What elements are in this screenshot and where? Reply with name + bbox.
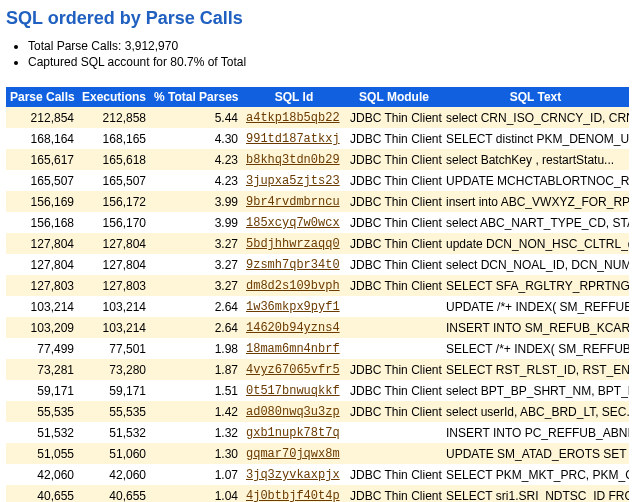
- table-row: 127,804127,8043.275bdjhhwrzaqq0JDBC Thin…: [6, 233, 629, 254]
- table-row: 59,17159,1711.510t517bnwuqkkfJDBC Thin C…: [6, 380, 629, 401]
- cell-sql-id: a4tkp18b5qb22: [242, 107, 346, 128]
- cell-sql-id: gxb1nupk78t7q: [242, 422, 346, 443]
- cell-pct-total: 4.23: [150, 149, 242, 170]
- cell-sql-module: JDBC Thin Client: [346, 170, 442, 191]
- sql-id-link[interactable]: 0t517bnwuqkkf: [246, 384, 340, 398]
- cell-sql-id: 1w36mkpx9pyf1: [242, 296, 346, 317]
- sql-id-link[interactable]: ad080nwq3u3zp: [246, 405, 340, 419]
- table-row: 55,53555,5351.42ad080nwq3u3zpJDBC Thin C…: [6, 401, 629, 422]
- table-row: 51,53251,5321.32gxb1nupk78t7qINSERT INTO…: [6, 422, 629, 443]
- sql-id-link[interactable]: 185xcyq7w0wcx: [246, 216, 340, 230]
- table-row: 156,169156,1723.999br4rvdmbrncuJDBC Thin…: [6, 191, 629, 212]
- sql-id-link[interactable]: 3jupxa5zjts23: [246, 174, 340, 188]
- sql-id-link[interactable]: 1w36mkpx9pyf1: [246, 300, 340, 314]
- cell-parse-calls: 156,168: [6, 212, 78, 233]
- cell-executions: 165,618: [78, 149, 150, 170]
- sql-id-link[interactable]: 18mam6mn4nbrf: [246, 342, 340, 356]
- cell-parse-calls: 165,617: [6, 149, 78, 170]
- table-row: 165,507165,5074.233jupxa5zjts23JDBC Thin…: [6, 170, 629, 191]
- cell-sql-id: 9zsmh7qbr34t0: [242, 254, 346, 275]
- cell-executions: 156,172: [78, 191, 150, 212]
- summary-list: Total Parse Calls: 3,912,970 Captured SQ…: [28, 39, 631, 69]
- cell-sql-id: 4vyz67065vfr5: [242, 359, 346, 380]
- cell-sql-module: JDBC Thin Client: [346, 380, 442, 401]
- cell-sql-module: JDBC Thin Client: [346, 401, 442, 422]
- sql-id-link[interactable]: 9br4rvdmbrncu: [246, 195, 340, 209]
- col-sql-id: SQL Id: [242, 87, 346, 107]
- cell-parse-calls: 73,281: [6, 359, 78, 380]
- cell-executions: 59,171: [78, 380, 150, 401]
- cell-executions: 127,803: [78, 275, 150, 296]
- sql-id-link[interactable]: gxb1nupk78t7q: [246, 426, 340, 440]
- cell-sql-text: SELECT /*+ INDEX( SM_REFFUB_RE...: [442, 338, 629, 359]
- cell-sql-text: select CRN_ISO_CRNCY_ID, CRN_C...: [442, 107, 629, 128]
- cell-sql-module: JDBC Thin Client: [346, 128, 442, 149]
- cell-pct-total: 3.27: [150, 233, 242, 254]
- table-row: 127,803127,8033.27dm8d2s109bvphJDBC Thin…: [6, 275, 629, 296]
- table-row: 40,65540,6551.044j0btbjf40t4pJDBC Thin C…: [6, 485, 629, 502]
- cell-sql-module: JDBC Thin Client: [346, 275, 442, 296]
- cell-sql-id: 0t517bnwuqkkf: [242, 380, 346, 401]
- cell-sql-text: select DCN_NOAL_ID, DCN_NUM_SC...: [442, 254, 629, 275]
- cell-parse-calls: 127,803: [6, 275, 78, 296]
- cell-sql-id: 18mam6mn4nbrf: [242, 338, 346, 359]
- cell-pct-total: 1.87: [150, 359, 242, 380]
- cell-parse-calls: 59,171: [6, 380, 78, 401]
- sql-id-link[interactable]: 991td187atkxj: [246, 132, 340, 146]
- cell-sql-text: insert into ABC_VWXYZ_FOR_RPRT...: [442, 191, 629, 212]
- cell-sql-module: JDBC Thin Client: [346, 254, 442, 275]
- cell-pct-total: 3.99: [150, 191, 242, 212]
- sql-id-link[interactable]: a4tkp18b5qb22: [246, 111, 340, 125]
- sql-id-link[interactable]: 4j0btbjf40t4p: [246, 489, 340, 502]
- cell-sql-module: JDBC Thin Client: [346, 464, 442, 485]
- cell-parse-calls: 103,214: [6, 296, 78, 317]
- cell-pct-total: 1.30: [150, 443, 242, 464]
- cell-sql-text: update DCN_NON_HSC_CLTRL_dateLS ...: [442, 233, 629, 254]
- sql-id-link[interactable]: gqmar70jqwx8m: [246, 447, 340, 461]
- cell-executions: 40,655: [78, 485, 150, 502]
- cell-sql-module: JDBC Thin Client: [346, 359, 442, 380]
- cell-parse-calls: 55,535: [6, 401, 78, 422]
- cell-executions: 55,535: [78, 401, 150, 422]
- table-row: 165,617165,6184.23b8khq3tdn0b29JDBC Thin…: [6, 149, 629, 170]
- cell-executions: 73,280: [78, 359, 150, 380]
- cell-parse-calls: 127,804: [6, 254, 78, 275]
- sql-id-link[interactable]: b8khq3tdn0b29: [246, 153, 340, 167]
- cell-parse-calls: 212,854: [6, 107, 78, 128]
- cell-parse-calls: 103,209: [6, 317, 78, 338]
- cell-pct-total: 1.32: [150, 422, 242, 443]
- sql-id-link[interactable]: 3jq3zyvkaxpjx: [246, 468, 340, 482]
- cell-sql-text: SELECT sri1.SRI_NDTSC_ID FROM ...: [442, 485, 629, 502]
- table-row: 103,209103,2142.6414620b94yzns4INSERT IN…: [6, 317, 629, 338]
- table-row: 73,28173,2801.874vyz67065vfr5JDBC Thin C…: [6, 359, 629, 380]
- cell-sql-id: b8khq3tdn0b29: [242, 149, 346, 170]
- cell-executions: 168,165: [78, 128, 150, 149]
- cell-sql-module: [346, 443, 442, 464]
- cell-sql-text: select userId, ABC_BRD_LT, SEC...: [442, 401, 629, 422]
- cell-sql-module: [346, 422, 442, 443]
- cell-pct-total: 5.44: [150, 107, 242, 128]
- sql-id-link[interactable]: 14620b94yzns4: [246, 321, 340, 335]
- sql-id-link[interactable]: dm8d2s109bvph: [246, 279, 340, 293]
- cell-sql-module: [346, 296, 442, 317]
- cell-pct-total: 1.07: [150, 464, 242, 485]
- table-row: 42,06042,0601.073jq3zyvkaxpjxJDBC Thin C…: [6, 464, 629, 485]
- cell-pct-total: 3.99: [150, 212, 242, 233]
- cell-parse-calls: 168,164: [6, 128, 78, 149]
- cell-parse-calls: 156,169: [6, 191, 78, 212]
- sql-id-link[interactable]: 5bdjhhwrzaqq0: [246, 237, 340, 251]
- sql-id-link[interactable]: 9zsmh7qbr34t0: [246, 258, 340, 272]
- cell-parse-calls: 40,655: [6, 485, 78, 502]
- cell-sql-id: 185xcyq7w0wcx: [242, 212, 346, 233]
- cell-sql-module: JDBC Thin Client: [346, 485, 442, 502]
- table-row: 168,164168,1654.30991td187atkxjJDBC Thin…: [6, 128, 629, 149]
- cell-sql-id: 14620b94yzns4: [242, 317, 346, 338]
- cell-sql-module: JDBC Thin Client: [346, 107, 442, 128]
- meta-total-parse: Total Parse Calls: 3,912,970: [28, 39, 631, 53]
- cell-sql-module: JDBC Thin Client: [346, 191, 442, 212]
- cell-sql-module: JDBC Thin Client: [346, 233, 442, 254]
- cell-executions: 212,858: [78, 107, 150, 128]
- sql-id-link[interactable]: 4vyz67065vfr5: [246, 363, 340, 377]
- cell-pct-total: 1.98: [150, 338, 242, 359]
- cell-sql-id: gqmar70jqwx8m: [242, 443, 346, 464]
